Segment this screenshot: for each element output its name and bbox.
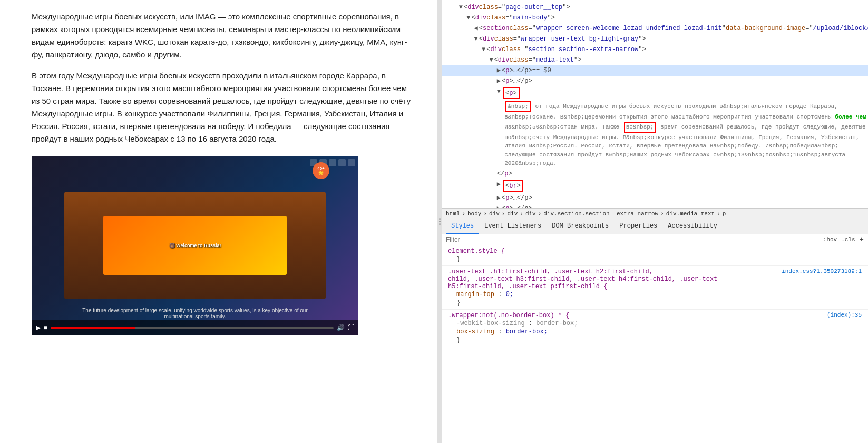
tree-line-selected[interactable]: ▶ <p>…</p> == $0 [442, 65, 868, 76]
image-caption: The future development of large-scale, u… [81, 308, 309, 319]
toolbar-btn-4[interactable] [338, 159, 346, 166]
tree-indent [444, 45, 482, 54]
text-node-highlight: &nbsp; от года Международные игры боевых… [504, 101, 868, 168]
divider-dot-2 [439, 221, 441, 222]
tree-toggle[interactable]: ▶ [497, 66, 501, 75]
video-container: 40+🌟 🐻 Welcome to Russia! The future dev… [32, 156, 358, 335]
tree-line[interactable]: ▼ <div class="main-body"> [442, 13, 868, 23]
breadcrumb-item-body[interactable]: body [467, 211, 481, 217]
breadcrumb-bar: html › body › div › div › div › div.sect… [442, 209, 868, 219]
tree-indent [444, 34, 474, 44]
left-panel: Международные игры боевых искусств, или … [0, 0, 437, 443]
css-closing-brace: } [448, 336, 862, 344]
tree-line[interactable]: ▼ <div class="section section--extra-nar… [442, 44, 868, 55]
css-rule-wrapper: .wrapper:not(.no-border-box) * { (index)… [442, 310, 868, 347]
css-selector-line3: h5:first-child, .user-text p:first-child… [448, 283, 862, 290]
tab-accessibility[interactable]: Accessibility [662, 219, 723, 234]
css-source-link[interactable]: index.css?1.350273189:1 [782, 268, 862, 274]
tree-toggle[interactable]: ◀ [474, 24, 478, 33]
css-closing-brace: } [448, 299, 862, 307]
tree-toggle[interactable]: ▶ [497, 180, 501, 189]
css-source-link-2[interactable]: (index):35 [827, 312, 862, 318]
tab-properties[interactable]: Properties [614, 219, 662, 234]
tree-indent [444, 76, 497, 86]
breadcrumb-item-div2[interactable]: div [507, 211, 518, 217]
tab-dom-breakpoints[interactable]: DOM Breakpoints [547, 219, 614, 234]
divider-dot-1 [439, 218, 441, 220]
tree-indent [444, 66, 497, 75]
screen-banner: 🐻 Welcome to Russia! [103, 216, 286, 275]
css-selector-line2: child, .user-text h3:first-child, .user-… [448, 275, 862, 283]
tree-toggle[interactable]: ▼ [482, 45, 485, 54]
paragraph-2: В этом году Международные игры боевых ис… [32, 70, 416, 145]
css-prop-margin-top: margin-top : 0; [448, 290, 862, 299]
devtools-tabs: Styles Event Listeners DOM Breakpoints P… [442, 219, 868, 234]
tree-toggle[interactable]: ▼ [466, 13, 470, 23]
divider-dot-3 [439, 223, 441, 225]
breadcrumb-item-div3[interactable]: div [525, 211, 536, 217]
css-rule-element-style: element.style { } [442, 245, 868, 266]
tree-toggle[interactable]: ▼ [474, 34, 478, 44]
stop-button[interactable]: ■ [44, 324, 47, 331]
filter-hov[interactable]: :hov [823, 237, 837, 243]
toolbar-btn-3[interactable] [329, 159, 336, 166]
tree-line[interactable]: ◀ <section class="wrapper screen-welcome… [442, 23, 868, 34]
tree-indent [444, 3, 459, 12]
tab-event-listeners[interactable]: Event Listeners [479, 219, 547, 234]
tree-line-text: &nbsp; от года Международные игры боевых… [442, 100, 868, 169]
article-content: Международные игры боевых искусств, или … [32, 11, 416, 145]
dom-tree[interactable]: ▼ <div class="page-outer__top"> ▼ <div c… [442, 0, 868, 209]
filter-input[interactable] [446, 236, 819, 243]
tree-line[interactable]: ▶ <p>…</p> [442, 203, 868, 209]
tree-indent [444, 24, 474, 33]
tree-indent [444, 87, 497, 96]
tree-indent [444, 180, 497, 189]
panel-divider[interactable] [437, 0, 442, 443]
tree-line[interactable]: ▼ <div class="wrapper user-text bg-light… [442, 34, 868, 44]
play-button[interactable]: ▶ [36, 324, 41, 331]
devtools-panel: ▼ <div class="page-outer__top"> ▼ <div c… [442, 0, 868, 443]
p-tag-highlight: <p> [502, 87, 521, 100]
tree-toggle[interactable]: ▶ [497, 76, 501, 86]
css-selector-line: element.style { [448, 248, 862, 255]
filter-bar: :hov .cls + [442, 234, 868, 245]
tree-indent [444, 101, 504, 110]
tree-line[interactable]: ▼ <div class="page-outer__top"> [442, 2, 868, 13]
tree-line[interactable]: ▶ <p>…</p> [442, 76, 868, 86]
toolbar-btn-5[interactable] [348, 159, 355, 166]
tree-line-br[interactable]: ▶ <br> [442, 179, 868, 193]
tree-toggle[interactable]: ▼ [497, 87, 501, 96]
tree-line[interactable]: ▶ <p>…</p> [442, 193, 868, 203]
tree-line[interactable]: </p> [442, 169, 868, 179]
tree-line[interactable]: ▼ <div class="media-text"> [442, 55, 868, 65]
tree-line-p-open[interactable]: ▼ <p> [442, 86, 868, 100]
css-rule-user-text: .user-text .h1:first-child, .user-text h… [442, 266, 868, 310]
css-closing-brace: } [448, 255, 862, 263]
progress-bar[interactable] [51, 327, 334, 329]
banner-text: Welcome to Russia! [176, 243, 221, 248]
paragraph-1: Международные игры боевых искусств, или … [32, 11, 416, 61]
tree-indent [444, 13, 466, 23]
stage-area: 🐻 Welcome to Russia! [64, 192, 326, 299]
fullscreen-button[interactable]: ⛶ [348, 324, 354, 331]
tree-toggle[interactable]: ▼ [459, 3, 463, 12]
breadcrumb-item-html[interactable]: html [446, 211, 460, 217]
css-prop-box-sizing: box-sizing : border-box; [448, 328, 862, 336]
breadcrumb-item-div1[interactable]: div [489, 211, 500, 217]
css-selector-line: .user-text .h1:first-child, .user-text h… [448, 268, 862, 275]
css-prop-webkit-box: -webkit-box-sizing : border-box; [448, 319, 862, 328]
styles-panel: :hov .cls + element.style { } .user-text… [442, 234, 868, 443]
breadcrumb-item-mediatext[interactable]: div.media-text [666, 211, 715, 217]
breadcrumb-item-p[interactable]: p [723, 211, 726, 217]
volume-button[interactable]: 🔊 [337, 324, 345, 331]
tree-toggle[interactable]: ▼ [489, 55, 493, 65]
filter-plus[interactable]: + [860, 235, 864, 244]
badge-circle: 40+🌟 [313, 162, 329, 179]
video-placeholder: 40+🌟 🐻 Welcome to Russia! The future dev… [32, 156, 358, 335]
breadcrumb-item-section[interactable]: div.section.section--extra-narrow [543, 211, 658, 217]
filter-cls[interactable]: .cls [841, 237, 855, 243]
tab-styles[interactable]: Styles [446, 219, 479, 234]
progress-fill [51, 327, 135, 329]
dom-tree-container: ▼ <div class="page-outer__top"> ▼ <div c… [442, 0, 868, 209]
video-controls: ▶ ■ 🔊 ⛶ [32, 320, 358, 335]
